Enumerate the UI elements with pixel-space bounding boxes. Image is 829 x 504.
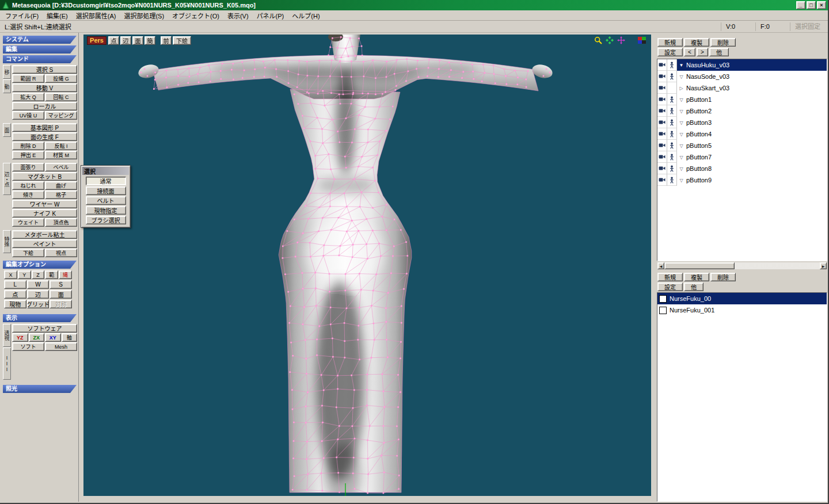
view-mode-label[interactable]: Pers [87, 36, 107, 45]
command-button[interactable]: ワイヤー W [12, 200, 77, 208]
expand-icon[interactable]: ▽ [679, 155, 684, 160]
material-row[interactable]: NurseFuku_001 [657, 304, 827, 316]
visibility-camera-icon[interactable] [657, 174, 667, 186]
object-list-scrollbar[interactable]: ◀ ▶ [657, 262, 827, 269]
visibility-camera-icon[interactable] [657, 128, 667, 140]
panel-toolbar-button[interactable]: 新規 [657, 273, 683, 281]
command-button[interactable]: 面張り [12, 163, 44, 171]
rotate-view-icon[interactable] [604, 36, 614, 45]
viewport-mode-button[interactable]: 面 [132, 36, 143, 45]
command-button[interactable]: マグネット B [12, 172, 77, 181]
visibility-camera-icon[interactable] [657, 59, 667, 71]
command-button[interactable]: XY [45, 333, 61, 342]
object-name[interactable]: ▼NasuHuku_v03 [677, 59, 827, 71]
figure-icon[interactable] [667, 117, 677, 128]
command-button[interactable]: 選択 S [12, 65, 77, 74]
object-name[interactable]: ▽pButton4 [677, 128, 827, 140]
command-button[interactable]: 面の生成 F [12, 132, 77, 141]
command-button[interactable]: 縄 [59, 270, 72, 279]
command-button[interactable]: L [4, 280, 26, 289]
command-button[interactable]: ローカル [12, 102, 77, 110]
selection-floating-panel[interactable]: 選択 通常接続面ベルト現物指定ブラシ選択 [81, 165, 131, 228]
menu-item[interactable]: ファイル(F) [1, 10, 43, 21]
zoom-icon[interactable] [593, 36, 603, 45]
maximize-button[interactable]: □ [807, 1, 816, 9]
menu-item[interactable]: パネル(P) [253, 10, 288, 21]
section-header-system[interactable]: システム [3, 36, 77, 44]
object-name[interactable]: ▷NasuSkart_v03 [677, 82, 827, 94]
panel-toolbar-button[interactable]: 複製 [684, 38, 709, 47]
command-button[interactable]: S [50, 280, 72, 289]
command-button[interactable]: 曲げ [45, 181, 77, 190]
object-name[interactable]: ▽pButton8 [677, 163, 827, 174]
command-button[interactable]: 格子 [45, 190, 77, 199]
object-name[interactable]: ▽pButton7 [677, 151, 827, 163]
viewport-3d[interactable]: Pers 点辺面簡 前下絵 [83, 35, 651, 496]
figure-icon[interactable] [667, 151, 677, 163]
section-header-edit-options[interactable]: 編集オプション [3, 261, 77, 269]
viewport-mode-button[interactable]: 簡 [144, 36, 155, 45]
menu-item[interactable]: 編集(E) [43, 10, 72, 21]
expand-icon[interactable]: ▽ [679, 132, 684, 137]
figure-icon[interactable] [667, 174, 677, 186]
panel-toolbar-button[interactable]: 設定 [657, 48, 683, 56]
visibility-camera-icon[interactable] [657, 140, 667, 151]
material-palette-icon[interactable] [637, 36, 647, 45]
command-button[interactable]: 材質 M [45, 151, 77, 159]
command-button[interactable]: X [4, 270, 17, 279]
close-button[interactable]: × [817, 1, 826, 9]
object-name[interactable]: ▽pButton5 [677, 140, 827, 151]
command-button[interactable]: 移動 V [12, 83, 77, 92]
command-button[interactable]: 拡大 Q [12, 93, 44, 101]
object-row[interactable]: ▽pButton2 [657, 105, 827, 117]
visibility-camera-icon[interactable] [657, 117, 667, 128]
command-button[interactable]: ソフトウェア [12, 324, 77, 333]
figure-icon[interactable] [667, 105, 677, 117]
command-button[interactable]: 頂点色 [45, 218, 77, 227]
visibility-camera-icon[interactable] [657, 94, 667, 105]
command-button[interactable]: Z [32, 270, 45, 279]
visibility-camera-icon[interactable] [657, 82, 667, 94]
figure-icon[interactable] [667, 82, 677, 94]
visibility-camera-icon[interactable] [657, 71, 667, 82]
figure-icon[interactable] [667, 94, 677, 105]
panel-toolbar-button[interactable]: 削除 [710, 273, 736, 281]
menu-item[interactable]: ヘルプ(H) [288, 10, 324, 21]
panel-toolbar-button[interactable]: 削除 [710, 38, 736, 47]
expand-icon[interactable]: ▽ [679, 143, 684, 148]
menu-item[interactable]: 選択部処理(S) [120, 10, 168, 21]
expand-icon[interactable]: ▽ [679, 166, 684, 171]
viewport-view-button[interactable]: 下絵 [173, 36, 191, 45]
figure-icon[interactable] [667, 71, 677, 82]
panel-toolbar-button[interactable]: 他 [709, 48, 729, 56]
command-button[interactable]: 削除 D [12, 142, 44, 150]
command-button[interactable]: 回転 C [45, 93, 77, 101]
object-row[interactable]: ▽pButton3 [657, 117, 827, 128]
section-header-command[interactable]: コマンド [3, 55, 77, 63]
command-button[interactable]: メタボール粘土 [12, 230, 77, 239]
object-row[interactable]: ▼NasuHuku_v03 [657, 59, 827, 71]
expand-icon[interactable]: ▽ [679, 74, 684, 79]
selection-lock-toggle[interactable]: 選択固定 [790, 22, 828, 31]
expand-icon[interactable]: ▼ [679, 63, 684, 68]
scroll-left-icon[interactable]: ◀ [657, 262, 664, 269]
visibility-camera-icon[interactable] [657, 163, 667, 174]
command-button[interactable]: 辺 [27, 290, 50, 299]
object-name[interactable]: ▽pButton1 [677, 94, 827, 105]
object-row[interactable]: ▽pButton7 [657, 151, 827, 163]
expand-icon[interactable]: ▷ [679, 86, 684, 91]
command-button[interactable]: 反転 I [45, 142, 77, 150]
command-button[interactable]: 押出 E [12, 151, 44, 159]
object-name[interactable]: ▽pButton2 [677, 105, 827, 117]
command-button[interactable]: ナイフ K [12, 209, 77, 217]
command-button[interactable]: 基本図形 P [12, 123, 77, 132]
figure-icon[interactable] [667, 163, 677, 174]
object-row[interactable]: ▷NasuSkart_v03 [657, 82, 827, 94]
command-button[interactable]: Mesh [45, 342, 77, 351]
viewport-mode-button[interactable]: 点 [108, 36, 119, 45]
figure-icon[interactable] [667, 128, 677, 140]
expand-icon[interactable]: ▽ [679, 120, 684, 125]
command-button[interactable]: マッピング [45, 111, 77, 120]
model-canvas[interactable] [83, 35, 651, 496]
command-button[interactable]: UV操 U [12, 111, 44, 120]
